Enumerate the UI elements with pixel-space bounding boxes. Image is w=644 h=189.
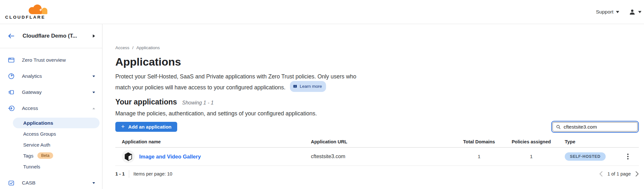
- search-input[interactable]: [563, 124, 634, 130]
- back-arrow-icon[interactable]: [8, 33, 15, 39]
- sidebar-nav: Zero Trust overview Analytics Gateway: [0, 48, 102, 189]
- breadcrumb: Access / Applications: [115, 45, 639, 50]
- sidebar-item-label: CASB: [22, 180, 92, 186]
- type-badge: SELF-HOSTED: [565, 152, 606, 161]
- user-menu[interactable]: [629, 9, 641, 15]
- applications-table: Application name Application URL Total D…: [115, 133, 639, 178]
- page-status: 1 of 1 page: [607, 171, 631, 176]
- chevron-left-icon: [599, 171, 603, 177]
- toolbar: + Add an application: [115, 121, 639, 133]
- book-icon: [293, 84, 297, 89]
- search-box: [551, 121, 639, 133]
- policies-assigned-value: 1: [509, 154, 553, 159]
- analytics-icon: [8, 73, 14, 79]
- topbar: CLOUDFLARE Support: [0, 0, 644, 24]
- breadcrumb-access[interactable]: Access: [115, 45, 130, 50]
- kebab-icon: [626, 152, 630, 161]
- col-header-type: Type: [565, 139, 616, 147]
- sidebar-item-label: Service Auth: [23, 142, 50, 148]
- sidebar-item-zero-trust-overview[interactable]: Zero Trust overview: [0, 52, 102, 68]
- items-range: 1 - 1: [115, 171, 125, 176]
- cloudflare-cloud-icon: [28, 4, 49, 14]
- col-header-policies-assigned: Policies assigned: [509, 139, 553, 147]
- application-url: cftestsite3.com: [311, 154, 461, 159]
- showing-count: Showing 1 - 1: [182, 100, 214, 106]
- sidebar-item-label: Tags: [23, 153, 34, 158]
- application-name-link[interactable]: Image and Video Gallery: [139, 154, 201, 160]
- user-icon: [629, 9, 636, 15]
- chevron-down-icon: [638, 11, 641, 13]
- sidebar-item-label: Zero Trust overview: [22, 57, 95, 63]
- sidebar-item-casb[interactable]: CASB: [0, 175, 102, 189]
- beta-badge: Beta: [37, 152, 53, 159]
- learn-more-badge[interactable]: Learn more: [290, 81, 326, 92]
- main-content: Access / Applications Applications Prote…: [102, 24, 644, 189]
- row-actions-menu[interactable]: [626, 152, 639, 161]
- search-inner: [553, 122, 638, 131]
- account-header: Cloudflare Demo (T...: [0, 24, 102, 48]
- topbar-right: Support: [596, 9, 641, 15]
- cube-icon: [124, 152, 132, 161]
- sidebar-item-analytics[interactable]: Analytics: [0, 68, 102, 84]
- cloudflare-dashboard: CLOUDFLARE Support Cloudflare Demo (T...: [0, 0, 644, 189]
- previous-page-button[interactable]: [599, 171, 603, 177]
- items-per-page-control[interactable]: Items per page: 10: [133, 171, 172, 176]
- account-name: Cloudflare Demo (T...: [23, 33, 93, 39]
- footer-divider: [129, 170, 129, 178]
- col-header-total-domains: Total Domains: [461, 139, 497, 147]
- access-icon: [8, 105, 14, 112]
- page-description: Protect your Self-Hosted, SaaS and Priva…: [115, 72, 639, 92]
- chevron-down-icon: [92, 182, 95, 184]
- sidebar-item-label: Analytics: [22, 73, 92, 79]
- breadcrumb-applications[interactable]: Applications: [136, 45, 160, 50]
- col-header-application-name: Application name: [115, 139, 311, 147]
- total-domains-value: 1: [461, 154, 497, 159]
- table-header-row: Application name Application URL Total D…: [115, 133, 639, 148]
- search-icon: [556, 124, 561, 130]
- breadcrumb-separator: /: [132, 45, 134, 50]
- table-footer: 1 - 1 Items per page: 10 1 of 1 page: [115, 166, 639, 178]
- footer-left: 1 - 1 Items per page: 10: [115, 170, 172, 178]
- sidebar-item-access[interactable]: Access: [0, 100, 102, 116]
- sidebar-item-label: Applications: [23, 120, 53, 126]
- application-name-cell: Image and Video Gallery: [115, 150, 311, 163]
- next-page-button[interactable]: [635, 171, 639, 177]
- description-line-2: match your policies will have access to …: [115, 81, 639, 92]
- support-menu[interactable]: Support: [596, 9, 619, 15]
- sidebar: Cloudflare Demo (T... Zero Trust overvie…: [0, 24, 102, 189]
- sidebar-item-tunnels[interactable]: Tunnels: [0, 161, 102, 172]
- type-cell: SELF-HOSTED: [565, 152, 616, 161]
- col-header-application-url: Application URL: [311, 139, 461, 147]
- sidebar-item-service-auth[interactable]: Service Auth: [0, 139, 102, 150]
- chevron-down-icon: [92, 76, 95, 77]
- overview-icon: [8, 57, 14, 63]
- application-avatar: [122, 150, 135, 163]
- description-line-1: Protect your Self-Hosted, SaaS and Priva…: [115, 72, 639, 81]
- chevron-right-icon: [635, 171, 639, 177]
- page-title: Applications: [115, 55, 639, 69]
- table-row: Image and Video Gallery cftestsite3.com …: [115, 148, 639, 166]
- cloudflare-wordmark: CLOUDFLARE: [5, 15, 45, 20]
- sidebar-item-label: Tunnels: [23, 164, 40, 169]
- sidebar-item-label: Access Groups: [23, 131, 56, 137]
- sidebar-item-label: Access: [22, 105, 92, 111]
- support-label: Support: [596, 9, 613, 15]
- section-title: Your applications: [115, 98, 177, 106]
- add-application-button[interactable]: + Add an application: [115, 122, 177, 132]
- chevron-up-icon: [92, 108, 95, 109]
- section-head: Your applications Showing 1 - 1: [115, 98, 639, 107]
- plus-icon: +: [121, 123, 125, 130]
- chevron-down-icon: [616, 11, 619, 13]
- cloudflare-logo[interactable]: CLOUDFLARE: [5, 4, 49, 20]
- account-expand-icon[interactable]: [93, 34, 95, 38]
- pagination: 1 of 1 page: [599, 171, 639, 177]
- sidebar-item-access-groups[interactable]: Access Groups: [0, 128, 102, 139]
- section-subtext: Manage the policies, authentication, and…: [115, 109, 639, 118]
- sidebar-item-applications[interactable]: Applications: [13, 118, 100, 128]
- gateway-icon: [8, 89, 14, 95]
- sidebar-item-gateway[interactable]: Gateway: [0, 84, 102, 100]
- chevron-down-icon: [92, 92, 95, 93]
- casb-icon: [8, 180, 14, 186]
- sidebar-item-label: Gateway: [22, 89, 92, 95]
- sidebar-item-tags[interactable]: Tags Beta: [0, 150, 102, 161]
